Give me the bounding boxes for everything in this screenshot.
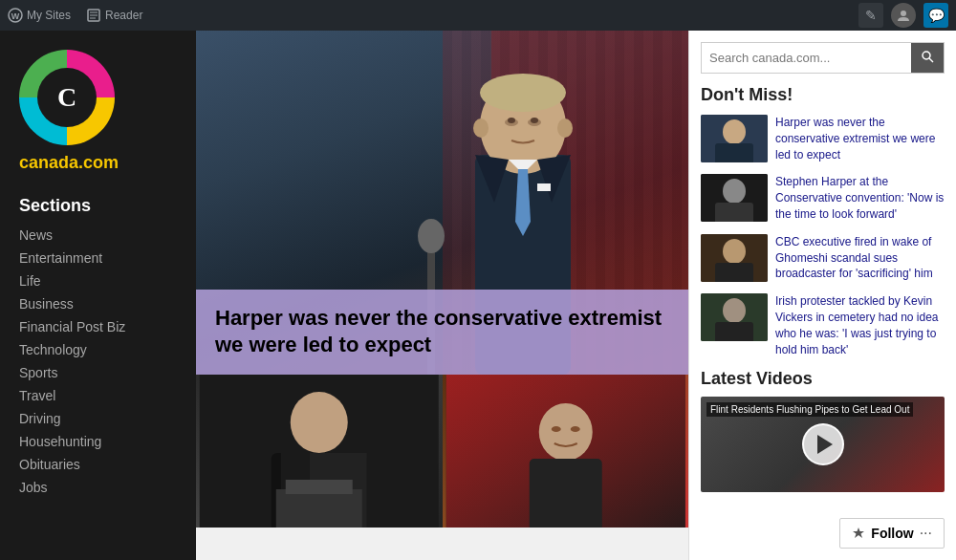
sidebar-item-news[interactable]: News — [0, 224, 196, 247]
content-and-right: Harper was never the conservative extrem… — [196, 31, 956, 560]
svg-rect-16 — [537, 183, 551, 191]
follow-label: Follow — [871, 526, 913, 541]
news-item-2: Stephen Harper at the Conservative conve… — [701, 174, 945, 222]
news-thumb-4 — [701, 293, 768, 341]
news-item-4: Irish protester tackled by Kevin Vickers… — [701, 293, 945, 357]
latest-videos-title: Latest Videos — [701, 369, 945, 389]
video-thumbnail[interactable]: Flint Residents Flushing Pipes to Get Le… — [701, 397, 945, 492]
logo-tld: .com — [78, 153, 119, 172]
svg-point-36 — [923, 52, 930, 59]
svg-text:W: W — [11, 11, 20, 21]
main-content: Harper was never the conservative extrem… — [196, 31, 688, 560]
sidebar-item-travel[interactable]: Travel — [0, 384, 196, 407]
play-triangle — [817, 435, 833, 454]
sidebar-item-life[interactable]: Life — [0, 269, 196, 292]
logo-inner: C — [37, 68, 97, 127]
topbar: W My Sites Reader ✎ 💬 — [0, 0, 956, 31]
search-input[interactable] — [702, 45, 911, 71]
sidebar-item-technology[interactable]: Technology — [0, 338, 196, 361]
logo-text: canada.com — [19, 153, 119, 173]
svg-point-48 — [723, 298, 746, 323]
svg-point-34 — [551, 426, 560, 432]
svg-point-20 — [531, 118, 538, 123]
svg-rect-43 — [715, 203, 753, 222]
right-sidebar: Don't Miss! Harper was never the conserv… — [688, 31, 956, 560]
hero-caption: Harper was never the conservative extrem… — [196, 290, 688, 375]
thumb-4-visual — [701, 293, 768, 341]
svg-point-32 — [538, 403, 592, 461]
reader-icon — [86, 8, 101, 23]
search-button[interactable] — [911, 43, 944, 73]
follow-bar[interactable]: Follow ··· — [839, 518, 945, 549]
sidebar-nav: News Entertainment Life Business Financi… — [0, 224, 196, 499]
svg-point-24 — [291, 392, 348, 453]
bottom-images — [196, 375, 688, 528]
reader-label: Reader — [105, 9, 142, 22]
main-layout: C canada.com Sections News Entertainment… — [0, 31, 956, 560]
thumb-3-visual — [701, 234, 768, 282]
hero-section: Harper was never the conservative extrem… — [196, 31, 688, 528]
news-item-3: CBC executive fired in wake of Ghomeshi … — [701, 234, 945, 282]
logo-graphic: C — [19, 50, 115, 145]
sidebar-item-entertainment[interactable]: Entertainment — [0, 247, 196, 269]
logo-area: C canada.com — [0, 31, 196, 183]
wp-icon: W — [8, 8, 23, 23]
logo-ring: C — [19, 50, 115, 145]
chat-button[interactable]: 💬 — [923, 3, 948, 28]
svg-point-19 — [508, 118, 515, 123]
avatar-button[interactable] — [891, 3, 916, 28]
news-item-text-2[interactable]: Stephen Harper at the Conservative conve… — [775, 174, 945, 222]
news-item-text-3[interactable]: CBC executive fired in wake of Ghomeshi … — [775, 234, 945, 282]
my-sites-link[interactable]: W My Sites — [8, 8, 71, 23]
news-item-text-1[interactable]: Harper was never the conservative extrem… — [775, 115, 945, 162]
pencil-button[interactable]: ✎ — [858, 3, 883, 28]
follow-icon — [852, 527, 865, 540]
sidebar-item-financial[interactable]: Financial Post Biz — [0, 315, 196, 338]
bottom-image-1 — [196, 375, 443, 528]
hero-headline: Harper was never the conservative extrem… — [215, 305, 669, 359]
svg-rect-40 — [715, 143, 753, 162]
thumb-1-visual — [701, 115, 768, 162]
sidebar-item-business[interactable]: Business — [0, 292, 196, 315]
hero-image: Harper was never the conservative extrem… — [196, 31, 688, 375]
svg-point-10 — [473, 118, 489, 138]
sidebar-item-jobs[interactable]: Jobs — [0, 476, 196, 499]
topbar-right-icons: ✎ 💬 — [858, 3, 948, 28]
avatar-icon — [897, 9, 910, 22]
logo-text-main: canada — [19, 153, 78, 172]
sidebar: C canada.com Sections News Entertainment… — [0, 31, 196, 560]
video-label: Flint Residents Flushing Pipes to Get Le… — [706, 402, 913, 417]
news-thumb-1 — [701, 115, 768, 162]
search-bar — [701, 42, 945, 74]
svg-rect-49 — [715, 322, 753, 341]
sidebar-item-obituaries[interactable]: Obituaries — [0, 453, 196, 476]
dont-miss-title: Don't Miss! — [701, 85, 945, 105]
bottom-img-1-visual — [196, 375, 443, 528]
news-item-text-4[interactable]: Irish protester tackled by Kevin Vickers… — [775, 293, 945, 357]
svg-rect-29 — [286, 480, 353, 494]
svg-point-42 — [723, 179, 746, 204]
sections-title: Sections — [0, 183, 196, 224]
sidebar-item-driving[interactable]: Driving — [0, 407, 196, 430]
svg-point-6 — [901, 11, 906, 16]
bottom-img-2-visual — [443, 375, 689, 528]
play-button[interactable] — [802, 423, 844, 465]
svg-rect-46 — [715, 263, 753, 282]
svg-point-9 — [480, 74, 566, 112]
search-icon — [921, 50, 934, 63]
svg-line-37 — [929, 58, 933, 62]
svg-point-39 — [723, 119, 746, 144]
svg-point-22 — [418, 219, 445, 253]
svg-rect-28 — [276, 489, 362, 528]
follow-dots: ··· — [920, 525, 932, 542]
news-thumb-2 — [701, 174, 768, 222]
sidebar-item-sports[interactable]: Sports — [0, 361, 196, 384]
svg-point-11 — [557, 118, 573, 138]
news-item: Harper was never the conservative extrem… — [701, 115, 945, 162]
reader-link[interactable]: Reader — [86, 8, 142, 23]
news-thumb-3 — [701, 234, 768, 282]
sidebar-item-househunting[interactable]: Househunting — [0, 430, 196, 453]
my-sites-label: My Sites — [27, 9, 71, 22]
svg-point-35 — [570, 426, 579, 432]
thumb-2-visual — [701, 174, 768, 222]
